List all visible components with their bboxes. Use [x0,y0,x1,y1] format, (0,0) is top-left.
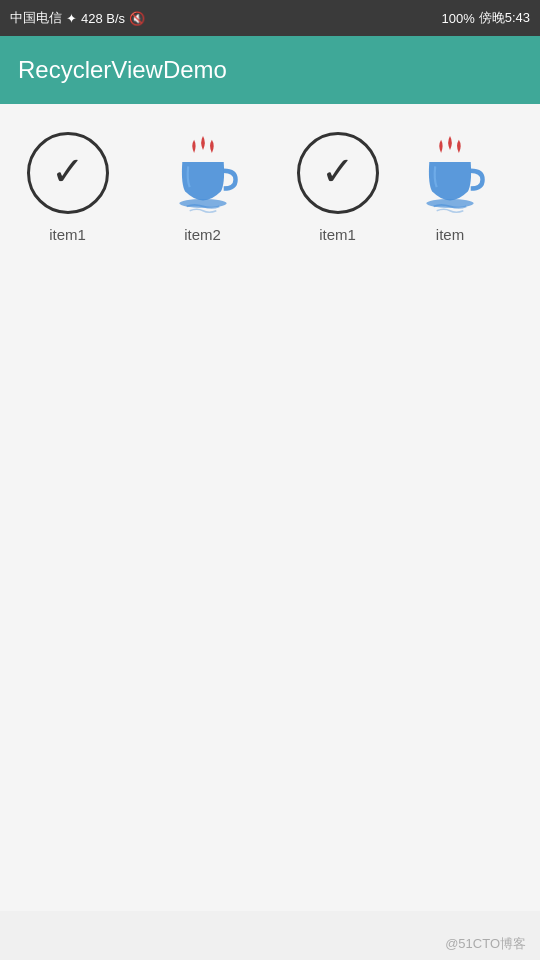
list-item[interactable]: ✓ item1 [270,118,405,251]
status-left: 中国电信 ✦ 428 B/s 🔇 [10,9,145,27]
status-bar: 中国电信 ✦ 428 B/s 🔇 100% 傍晚5:43 [0,0,540,36]
mute-icon: 🔇 [129,11,145,26]
battery-label: 100% [441,11,474,26]
toolbar: RecyclerViewDemo [0,36,540,104]
status-right: 100% 傍晚5:43 [441,9,530,27]
item-icon-check: ✓ [23,128,113,218]
list-item[interactable]: item2 [135,118,270,251]
recycler-view: ✓ item1 [0,104,540,261]
time-label: 傍晚5:43 [479,9,530,27]
carrier-label: 中国电信 [10,9,62,27]
footer: @51CTO博客 [0,928,540,960]
item-label: item1 [319,226,356,243]
page-title: RecyclerViewDemo [18,56,227,84]
item-icon-java [405,128,495,218]
item-label: item1 [49,226,86,243]
item-icon-check: ✓ [293,128,383,218]
item-icon-java [158,128,248,218]
main-content [0,261,540,911]
check-circle-icon: ✓ [27,132,109,214]
list-item[interactable]: item [405,118,495,251]
list-item[interactable]: ✓ item1 [0,118,135,251]
item-label: item [436,226,464,243]
footer-text: @51CTO博客 [445,935,526,953]
item-label: item2 [184,226,221,243]
signal-icon: ✦ [66,11,77,26]
check-circle-icon: ✓ [297,132,379,214]
network-speed: 428 B/s [81,11,125,26]
